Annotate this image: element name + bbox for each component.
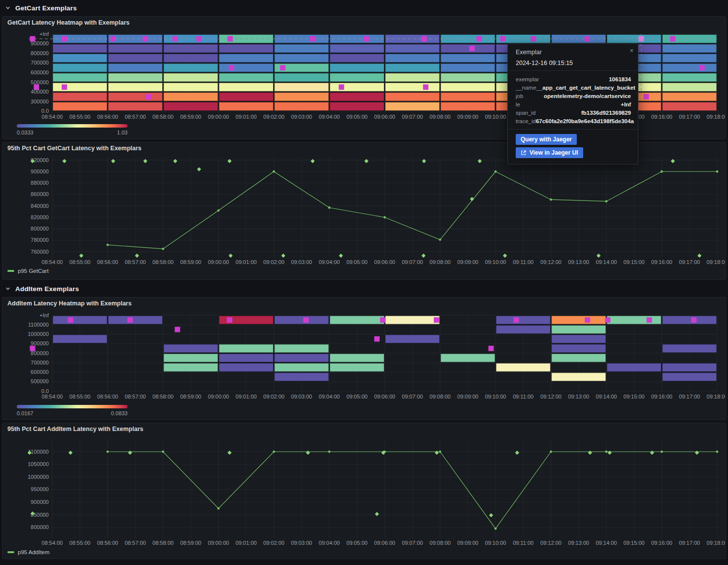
tooltip-field-row: le +Inf — [508, 100, 638, 108]
field-value: +Inf — [621, 101, 631, 107]
scale-max-label: 1.03 — [117, 130, 128, 135]
color-gradient-bar — [17, 124, 128, 128]
field-value: fb1336d921369829 — [581, 110, 631, 116]
panel-additem-latency: 95th Pct Cart AddItem Latency with Exemp… — [2, 423, 726, 559]
legend-p95-getcart[interactable]: p95 GetCart — [7, 268, 49, 274]
tooltip-field-row: span_id fb1336d921369829 — [508, 108, 638, 117]
row-title: GetCart Exemplars — [15, 4, 77, 12]
series-color-swatch — [7, 270, 14, 272]
panel-title[interactable]: 95th Pct Cart GetCart Latency with Exemp… — [7, 145, 141, 152]
chevron-down-icon — [5, 5, 11, 11]
tooltip-title: Exemplar — [516, 49, 631, 56]
panel-title[interactable]: GetCart Latency Heatmap with Exemplars — [7, 19, 130, 26]
field-value: opentelemetry-demo/cartservice — [544, 93, 631, 99]
legend-p95-additem[interactable]: p95 AddItem — [7, 549, 50, 555]
field-label: __name__ — [516, 85, 542, 91]
tooltip-field-row: __name__ app_cart_get_cart_latency_bucke… — [508, 83, 638, 92]
field-label: job — [516, 93, 523, 99]
row-header-getcart[interactable]: GetCart Exemplars — [0, 1, 728, 15]
scale-min-label: 0.0333 — [17, 130, 33, 135]
field-value: app_cart_get_cart_latency_bucket — [542, 85, 635, 91]
chevron-down-icon — [5, 286, 11, 292]
exemplar-tooltip: Exemplar × 2024-12-16 09:15:15 exemplar … — [507, 43, 638, 165]
legend-label: p95 AddItem — [18, 549, 50, 555]
field-label: span_id — [516, 110, 535, 116]
panel-title[interactable]: AddItem Latency Heatmap with Exemplars — [7, 300, 132, 307]
panel-title[interactable]: 95th Pct Cart AddItem Latency with Exemp… — [7, 426, 143, 432]
panel-additem-heatmap: AddItem Latency Heatmap with Exemplars 0… — [2, 297, 726, 420]
tooltip-timestamp: 2024-12-16 09:15:15 — [516, 60, 631, 66]
external-link-icon — [521, 150, 527, 156]
series-color-swatch — [7, 551, 14, 553]
scale-min-label: 0.0167 — [17, 410, 33, 416]
field-label: trace_id — [516, 118, 536, 124]
field-value: 67c60fa2e2f0ba9e6e43d198f5de304a — [536, 118, 634, 124]
tooltip-field-list: exemplar 1061834__name__ app_cart_get_ca… — [508, 71, 638, 130]
legend-label: p95 GetCart — [18, 268, 49, 274]
close-icon[interactable]: × — [629, 47, 633, 54]
view-in-jaeger-button[interactable]: View in Jaeger UI — [516, 147, 583, 158]
tooltip-field-row: job opentelemetry-demo/cartservice — [508, 92, 638, 100]
tooltip-field-row: trace_id 67c60fa2e2f0ba9e6e43d198f5de304… — [508, 117, 638, 125]
heatmap-color-scale: 0.0167 0.0833 — [17, 405, 128, 408]
heatmap-color-scale: 0.0333 1.03 — [17, 124, 128, 128]
query-with-jaeger-button[interactable]: Query with Jaeger — [516, 134, 577, 145]
field-label: exemplar — [516, 76, 539, 82]
color-gradient-bar — [17, 405, 128, 408]
scale-max-label: 0.0833 — [111, 410, 128, 416]
tooltip-field-row: exemplar 1061834 — [508, 75, 638, 83]
row-header-additem[interactable]: AddItem Exemplars — [0, 282, 728, 296]
grafana-dashboard: GetCart Exemplars AddItem Exemplars GetC… — [0, 0, 728, 565]
row-title: AddItem Exemplars — [15, 285, 79, 293]
field-label: le — [516, 101, 520, 107]
field-value: 1061834 — [609, 76, 631, 82]
